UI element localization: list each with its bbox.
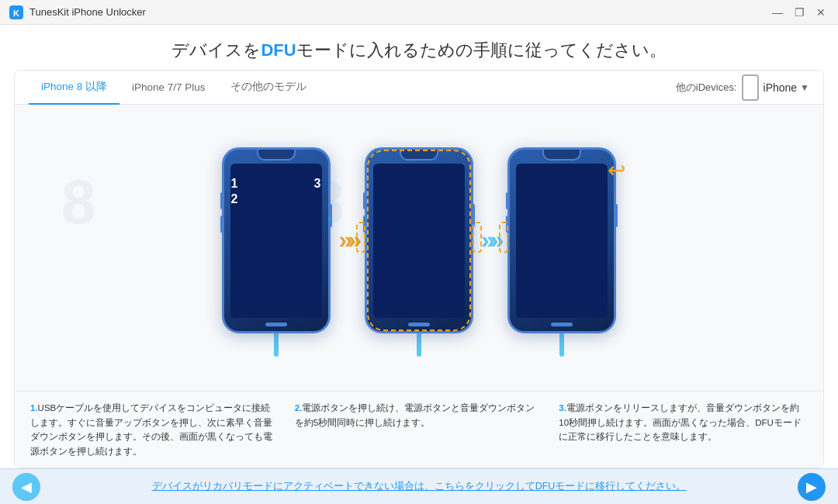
iphone-screen-3 bbox=[516, 164, 608, 318]
vol-up-btn-3 bbox=[506, 192, 509, 209]
device-value: iPhone bbox=[764, 81, 798, 94]
cable-3 bbox=[559, 333, 564, 357]
iphone-home-2 bbox=[408, 323, 430, 326]
step-num-1: 1 bbox=[230, 177, 237, 191]
tab-iphone8[interactable]: iPhone 8 以降 bbox=[29, 71, 119, 105]
dashed-side-right-2 bbox=[473, 222, 482, 253]
iphone-screen-1: 1 2 3 bbox=[230, 164, 322, 318]
cable-1 bbox=[274, 333, 279, 357]
tabs-row: iPhone 8 以降 iPhone 7/7 Plus その他のモデル 他のiD… bbox=[15, 71, 823, 105]
title-bar-left: K TunesKit iPhone Unlocker bbox=[9, 5, 146, 19]
cable-2 bbox=[417, 333, 421, 357]
vol-up-btn-2 bbox=[363, 192, 366, 209]
iphone-notch-2 bbox=[400, 150, 438, 161]
phone-unit-3: ↩ bbox=[507, 147, 616, 357]
back-icon: ◀ bbox=[21, 478, 32, 495]
device-dropdown[interactable]: iPhone ▼ bbox=[764, 81, 809, 94]
step-num-3: 3 bbox=[314, 177, 321, 191]
power-btn-3 bbox=[615, 204, 618, 227]
header-text-before: デバイスを bbox=[171, 40, 261, 60]
curved-arrow-icon: ↩ bbox=[608, 157, 625, 183]
maximize-button[interactable]: ❐ bbox=[791, 5, 807, 20]
iphone-home-1 bbox=[265, 323, 287, 326]
iphone-home-3 bbox=[551, 323, 573, 326]
device-phone-icon bbox=[742, 74, 759, 101]
page-header: デバイスをDFUモードに入れるための手順に従ってください。 bbox=[0, 25, 838, 70]
tab-other[interactable]: その他のモデル bbox=[218, 71, 319, 105]
instruction-num-1: 1. bbox=[30, 403, 38, 413]
watermark-1: 8 bbox=[61, 167, 92, 238]
title-bar: K TunesKit iPhone Unlocker — ❐ ✕ bbox=[0, 0, 838, 25]
iphone-notch-1 bbox=[257, 150, 296, 161]
instruction-text-1: USBケーブルを使用してデバイスをコンピュータに接続します。すぐに音量アップボタ… bbox=[30, 403, 272, 455]
back-button[interactable]: ◀ bbox=[12, 473, 40, 501]
svg-text:K: K bbox=[13, 9, 19, 18]
next-icon: ▶ bbox=[806, 478, 817, 495]
phones-area: 8 8 8 1 2 3 bbox=[15, 105, 823, 391]
dashed-side-left-2 bbox=[356, 222, 365, 253]
instruction-2: 2.電源ボタンを押し続け、電源ボタンと音量ダウンボタンを約5秒間同時に押し続けま… bbox=[295, 401, 544, 458]
instructions-row: 1.USBケーブルを使用してデバイスをコンピュータに接続します。すぐに音量アップ… bbox=[15, 391, 823, 468]
header-dfu: DFU bbox=[261, 40, 296, 60]
footer: ◀ デバイスがリカバリモードにアクティベートできない場合は、こちらをクリックして… bbox=[0, 468, 838, 504]
arrow-chevron-1: »» bbox=[338, 226, 357, 254]
instruction-text-3: 電源ボタンをリリースしますが、音量ダウンボタンを約10秒間押し続けます。画面が黒… bbox=[559, 403, 801, 441]
power-btn-1 bbox=[329, 204, 332, 227]
header-text-after: モードに入れるための手順に従ってください。 bbox=[296, 40, 667, 60]
device-selector-label: 他のiDevices: bbox=[676, 81, 737, 95]
chevron-down-icon: ▼ bbox=[800, 82, 809, 93]
instruction-num-3: 3. bbox=[559, 403, 566, 413]
device-selector: 他のiDevices: iPhone ▼ bbox=[676, 74, 809, 101]
app-icon: K bbox=[9, 5, 23, 19]
instruction-num-2: 2. bbox=[295, 403, 303, 413]
main-content: デバイスをDFUモードに入れるための手順に従ってください。 iPhone 8 以… bbox=[0, 25, 838, 504]
vol-up-btn-1 bbox=[220, 192, 223, 209]
dashed-side-left-3 bbox=[499, 222, 508, 253]
instruction-3: 3.電源ボタンをリリースしますが、音量ダウンボタンを約10秒間押し続けます。画面… bbox=[559, 401, 808, 458]
arrow-chevron-2: »» bbox=[481, 226, 500, 254]
tab-iphone7[interactable]: iPhone 7/7 Plus bbox=[119, 71, 218, 105]
instruction-1: 1.USBケーブルを使用してデバイスをコンピュータに接続します。すぐに音量アップ… bbox=[30, 401, 279, 458]
next-button[interactable]: ▶ bbox=[798, 473, 826, 501]
phone-unit-2 bbox=[365, 147, 473, 357]
step-num-2: 2 bbox=[230, 192, 237, 206]
iphone-2 bbox=[365, 147, 473, 333]
footer-link[interactable]: デバイスがリカバリモードにアクティベートできない場合は、こちらをクリックしてDF… bbox=[152, 480, 687, 493]
iphone-screen-2 bbox=[373, 164, 465, 318]
instruction-text-2: 電源ボタンを押し続け、電源ボタンと音量ダウンボタンを約5秒間同時に押し続けます。 bbox=[295, 403, 535, 426]
iphone-1: 1 2 3 bbox=[222, 147, 331, 333]
step-numbers-1: 1 2 bbox=[230, 177, 237, 206]
app-title: TunesKit iPhone Unlocker bbox=[29, 6, 146, 18]
iphone-3: ↩ bbox=[507, 147, 616, 333]
close-button[interactable]: ✕ bbox=[813, 5, 829, 20]
phone-unit-1: 1 2 3 bbox=[222, 147, 331, 357]
title-bar-controls: — ❐ ✕ bbox=[770, 5, 829, 20]
iphone-notch-3 bbox=[542, 150, 581, 161]
content-area: iPhone 8 以降 iPhone 7/7 Plus その他のモデル 他のiD… bbox=[14, 70, 824, 468]
vol-down-btn-1 bbox=[220, 216, 223, 233]
minimize-button[interactable]: — bbox=[770, 5, 785, 20]
